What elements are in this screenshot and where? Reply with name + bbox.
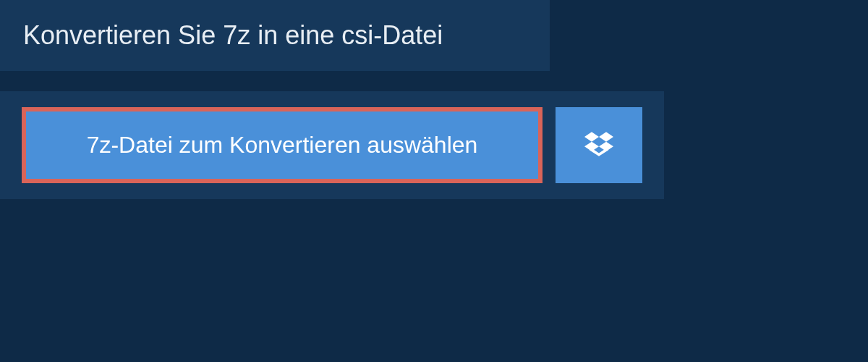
select-file-label: 7z-Datei zum Konvertieren auswählen <box>87 132 478 159</box>
dropbox-icon <box>584 130 613 161</box>
action-panel: 7z-Datei zum Konvertieren auswählen <box>0 91 664 199</box>
dropbox-button[interactable] <box>556 107 642 183</box>
select-file-button[interactable]: 7z-Datei zum Konvertieren auswählen <box>22 107 542 183</box>
page-title: Konvertieren Sie 7z in eine csi-Datei <box>23 20 527 51</box>
header-bar: Konvertieren Sie 7z in eine csi-Datei <box>0 0 550 71</box>
